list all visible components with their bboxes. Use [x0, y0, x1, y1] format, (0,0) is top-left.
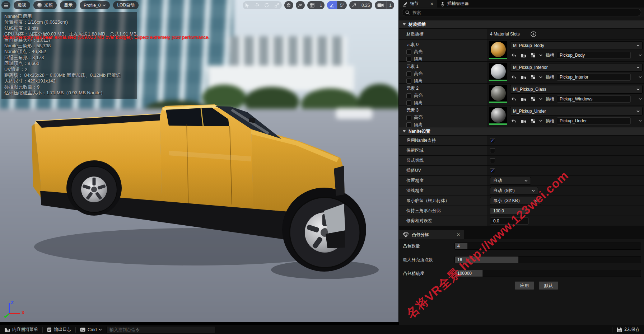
browse-to-asset-icon[interactable] — [520, 74, 527, 81]
setting-row: 显式切线 — [399, 156, 644, 166]
highlight-checkbox[interactable] — [406, 93, 411, 98]
rotate-tool-icon[interactable] — [262, 1, 272, 9]
transform-tools-group — [243, 1, 282, 9]
viewport-options-button[interactable] — [1, 1, 10, 9]
transform-space-icon[interactable] — [284, 1, 293, 9]
move-tool-icon[interactable] — [252, 1, 262, 9]
camera-icon[interactable] — [375, 1, 386, 9]
slot-name-input[interactable]: Pickup_Under — [557, 117, 631, 124]
hull-count-row: 凸包数量 4 — [399, 239, 644, 253]
normal-precision-dropdown[interactable]: 自动（8位） — [490, 187, 538, 195]
rotation-snap-value[interactable]: 5° — [337, 1, 346, 9]
highlight-checkbox[interactable] — [406, 115, 411, 120]
add-material-slot-button[interactable] — [531, 31, 536, 37]
browse-to-asset-icon[interactable] — [520, 52, 527, 59]
setting-row: 法线精度 自动（8位） — [399, 186, 644, 196]
min-residency-dropdown[interactable]: 最小（32 KB） — [490, 197, 541, 205]
chevron-down-icon[interactable] — [539, 76, 542, 78]
use-selected-asset-icon[interactable] — [510, 52, 517, 59]
view-mode-button[interactable]: 光照 — [33, 1, 57, 9]
material-thumbnail[interactable] — [489, 41, 507, 59]
unsaved-button[interactable]: * 2未保存 — [615, 325, 641, 334]
perspective-button[interactable]: 透视 — [14, 1, 30, 9]
chevron-down-icon[interactable] — [639, 54, 642, 56]
convex-hull-icon — [403, 232, 409, 237]
asset-actions-icon[interactable] — [529, 117, 537, 124]
enable-nanite-checkbox[interactable] — [490, 138, 495, 143]
grid-snap-value[interactable]: 1 — [317, 1, 325, 9]
close-icon[interactable]: ✕ — [430, 1, 434, 6]
tab-convex-decomposition[interactable]: 凸包分解 ✕ — [399, 230, 464, 239]
apply-button[interactable]: 应用 — [515, 281, 534, 290]
material-slots-header[interactable]: 材质插槽 — [399, 20, 644, 29]
keep-triangle-percent-input[interactable]: 100.0 — [490, 207, 529, 215]
chevron-down-icon[interactable] — [639, 98, 642, 100]
use-selected-asset-icon[interactable] — [510, 117, 517, 124]
nanite-settings-header[interactable]: Nanite设置 — [399, 127, 644, 136]
preserve-area-checkbox[interactable] — [490, 148, 495, 153]
chevron-down-icon[interactable] — [639, 120, 642, 122]
chevron-down-icon[interactable] — [539, 54, 542, 56]
console-input[interactable] — [106, 326, 215, 333]
asset-actions-icon[interactable] — [529, 52, 537, 59]
material-element-row: 元素 1 高亮 隔离 — [399, 62, 644, 84]
tab-details[interactable]: 细节 ✕ — [399, 0, 437, 8]
output-log-button[interactable]: 输出日志 — [46, 325, 73, 334]
use-selected-asset-icon[interactable] — [510, 74, 517, 81]
asset-actions-icon[interactable] — [529, 74, 537, 81]
material-asset-dropdown[interactable]: M_Pickup_Body — [510, 41, 643, 50]
highlight-checkbox[interactable] — [406, 50, 411, 55]
lerp-uvs-checkbox[interactable] — [490, 168, 495, 173]
surface-snap-icon[interactable] — [296, 1, 305, 9]
hull-count-slider[interactable]: 4 — [454, 243, 641, 250]
material-asset-dropdown[interactable]: Mi_Pickup_Glass — [510, 85, 643, 94]
close-icon[interactable]: ✕ — [457, 232, 460, 237]
position-precision-dropdown[interactable]: 自动 — [490, 177, 531, 185]
max-hull-verts-slider[interactable]: 16 — [454, 256, 641, 263]
chevron-down-icon — [103, 4, 106, 6]
chevron-down-icon[interactable] — [539, 98, 542, 100]
browse-to-asset-icon[interactable] — [520, 95, 527, 103]
browse-to-asset-icon[interactable] — [520, 117, 527, 124]
profile-dropdown[interactable]: Profile_0 — [80, 1, 110, 9]
trim-relative-error-input[interactable]: 0.0 — [490, 217, 529, 225]
slot-name-input[interactable]: Pickup_Body — [557, 52, 631, 59]
highlight-checkbox[interactable] — [406, 71, 411, 76]
asset-actions-icon[interactable] — [529, 95, 537, 103]
material-asset-dropdown[interactable]: M_Pickup_Interior — [510, 63, 643, 72]
slot-name-input[interactable]: Pickup_Interior — [557, 74, 631, 81]
chevron-down-icon[interactable] — [639, 76, 642, 78]
lod-button[interactable]: LOD自动 — [113, 1, 139, 9]
content-drawer-button[interactable]: 内容侧滑菜单 — [3, 325, 39, 334]
camera-speed-value[interactable]: 0.25 — [359, 1, 372, 9]
stat-line: 回退三角形：8,173 — [4, 55, 134, 61]
explicit-tangents-checkbox[interactable] — [490, 158, 495, 163]
select-tool-icon[interactable] — [243, 1, 252, 9]
camera-count-value[interactable]: 1 — [386, 1, 394, 9]
tab-slot-manager[interactable]: 插槽管理器 — [437, 0, 644, 8]
search-input[interactable] — [412, 10, 638, 15]
isolate-checkbox[interactable] — [406, 57, 411, 62]
panel-tab-bar: 细节 ✕ 插槽管理器 — [399, 0, 644, 8]
setting-row: 修剪相对误差 0.0 — [399, 216, 644, 226]
grid-snap-icon[interactable] — [307, 1, 317, 9]
slot-name-input[interactable]: Pickup_Windows — [557, 95, 631, 103]
show-button[interactable]: 显示 — [60, 1, 76, 9]
viewport-canvas[interactable]: 透视 光照 显示 Profile_0 LOD自动 — [0, 0, 398, 325]
isolate-checkbox[interactable] — [406, 79, 411, 84]
use-selected-asset-icon[interactable] — [510, 95, 517, 103]
isolate-checkbox[interactable] — [406, 100, 411, 105]
angle-snap-icon[interactable] — [327, 1, 337, 9]
scale-tool-icon[interactable] — [272, 1, 282, 9]
chevron-down-icon[interactable] — [539, 120, 542, 122]
material-thumbnail[interactable] — [489, 85, 507, 103]
hull-precision-slider[interactable]: 100000 — [454, 270, 641, 277]
camera-speed-icon[interactable] — [349, 1, 359, 9]
cmd-dropdown[interactable]: Cmd — [79, 325, 103, 334]
material-thumbnail[interactable] — [489, 63, 507, 81]
isolate-checkbox[interactable] — [406, 122, 411, 127]
default-button[interactable]: 默认 — [539, 281, 558, 290]
material-thumbnail[interactable] — [489, 107, 507, 125]
material-elements-list: 元素 0 高亮 隔离 — [399, 40, 644, 127]
material-asset-dropdown[interactable]: M_Pickup_Under — [510, 107, 643, 116]
